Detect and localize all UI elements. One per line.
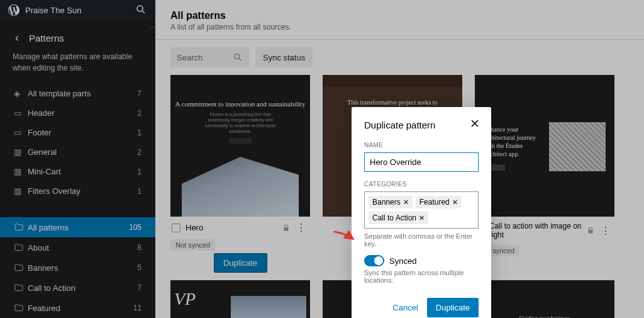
categories-hint: Separate with commas or the Enter key. bbox=[364, 232, 479, 247]
categories-input[interactable]: Banners ✕Featured ✕Call to Action ✕ bbox=[364, 191, 479, 229]
cancel-button[interactable]: Cancel bbox=[392, 303, 418, 312]
synced-label: Synced bbox=[389, 256, 416, 266]
remove-chip-icon[interactable]: ✕ bbox=[419, 214, 425, 222]
synced-toggle[interactable] bbox=[364, 255, 384, 266]
annotation-arrow-icon bbox=[333, 230, 355, 242]
synced-description: Sync this pattern across multiple locati… bbox=[364, 269, 479, 284]
category-chip[interactable]: Banners ✕ bbox=[369, 196, 413, 208]
close-icon[interactable] bbox=[469, 117, 481, 130]
modal-overlay bbox=[0, 0, 644, 318]
name-label: NAME bbox=[364, 142, 479, 149]
duplicate-button[interactable]: Duplicate bbox=[427, 298, 479, 317]
remove-chip-icon[interactable]: ✕ bbox=[452, 198, 458, 207]
category-chip[interactable]: Featured ✕ bbox=[416, 196, 462, 208]
duplicate-pattern-modal: Duplicate pattern NAME CATEGORIES Banner… bbox=[352, 107, 491, 318]
remove-chip-icon[interactable]: ✕ bbox=[403, 198, 409, 207]
category-chip[interactable]: Call to Action ✕ bbox=[369, 212, 428, 224]
categories-label: CATEGORIES bbox=[364, 181, 479, 188]
modal-title: Duplicate pattern bbox=[364, 120, 479, 130]
name-input[interactable] bbox=[364, 152, 479, 172]
